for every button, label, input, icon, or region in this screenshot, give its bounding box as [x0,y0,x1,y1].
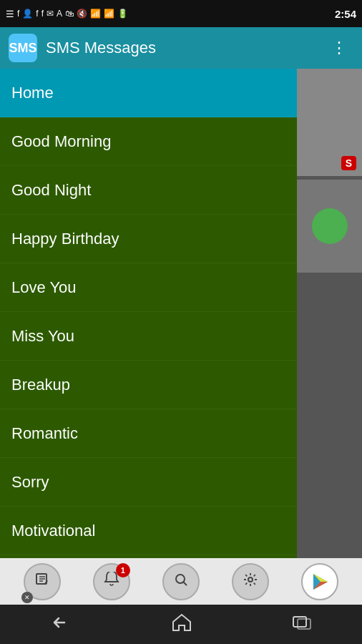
status-icon-fb3: f [41,9,44,19]
nav-item-miss-you-label: Miss You [11,327,74,346]
nav-item-home-label: Home [11,84,54,102]
nav-drawer: Home Good Morning Good Night Happy Birth… [0,69,297,558]
back-button[interactable] [39,608,83,641]
status-icon-person: 👤 [22,9,33,19]
close-icon: ✕ [24,594,30,601]
nav-item-love-you[interactable]: Love You [0,263,297,312]
recents-button[interactable] [280,608,323,642]
svg-point-3 [248,577,253,582]
nav-item-happy-birthday-label: Happy Birthday [11,230,119,248]
nav-item-good-morning[interactable]: Good Morning [0,117,297,166]
status-icons-left: ☰ f 👤 f f ✉ A 🛍 🔇 📶 📶 🔋 [6,9,128,19]
status-icon-fb1: f [17,9,19,19]
nav-item-good-night-label: Good Night [11,181,91,200]
overflow-menu-button[interactable]: ⋮ [326,36,353,60]
ad-bar: 1 ✕ [0,558,362,605]
ad-notifications-button[interactable]: 1 [93,563,130,600]
status-icon-mute: 🔇 [77,9,87,19]
nav-item-good-night[interactable]: Good Night [0,166,297,215]
nav-item-miss-you[interactable]: Miss You [0,312,297,361]
status-icon-battery: 🔋 [117,9,128,19]
nav-item-sorry-label: Sorry [11,473,49,492]
status-icon-menu: ☰ [6,9,14,19]
ad-close-button[interactable]: ✕ [21,592,33,603]
svg-line-2 [183,582,187,585]
main-content: Home Good Morning Good Night Happy Birth… [0,69,362,558]
status-icon-bag: 🛍 [65,9,74,19]
ad-search-button[interactable] [162,563,200,600]
app-icon-label: SMS [9,41,36,56]
nav-item-happy-birthday[interactable]: Happy Birthday [0,215,297,263]
svg-point-1 [176,575,185,583]
nav-item-romantic-label: Romantic [11,424,78,443]
app-bar: SMS SMS Messages ⋮ [0,27,362,69]
nav-item-romantic[interactable]: Romantic [0,409,297,458]
search-icon [173,572,189,592]
nav-item-good-morning-label: Good Morning [11,132,111,151]
nav-item-breakup-label: Breakup [11,376,70,394]
status-icon-a: A [57,9,62,19]
status-bar: ☰ f 👤 f f ✉ A 🛍 🔇 📶 📶 🔋 2:54 [0,0,362,27]
nav-item-motivational-label: Motivational [11,522,95,540]
notification-count: 1 [116,563,130,577]
nav-item-breakup[interactable]: Breakup [0,361,297,409]
app-bar-title: SMS Messages [46,39,317,57]
compose-icon [34,572,50,592]
status-icon-wifi: 📶 [90,9,101,19]
settings-icon [243,572,258,592]
peek-panel-top: S [297,69,362,176]
status-icon-gmail: ✉ [47,9,54,19]
bottom-nav [0,605,362,644]
ad-play-store-button[interactable] [301,563,338,600]
peek-circle-icon [312,208,348,244]
status-icon-signal: 📶 [104,9,114,19]
ad-settings-button[interactable] [232,563,269,600]
right-peek-content: S [297,69,362,558]
status-icon-fb2: f [36,9,38,19]
home-button[interactable] [160,608,203,642]
nav-item-love-you-label: Love You [11,278,77,297]
nav-item-motivational[interactable]: Motivational [0,507,297,555]
peek-panel-bottom [297,180,362,273]
status-time: 2:54 [335,8,356,20]
nav-item-sorry[interactable]: Sorry [0,458,297,507]
peek-badge: S [341,156,356,170]
nav-item-home[interactable]: Home [0,69,297,117]
app-icon: SMS [9,34,37,62]
